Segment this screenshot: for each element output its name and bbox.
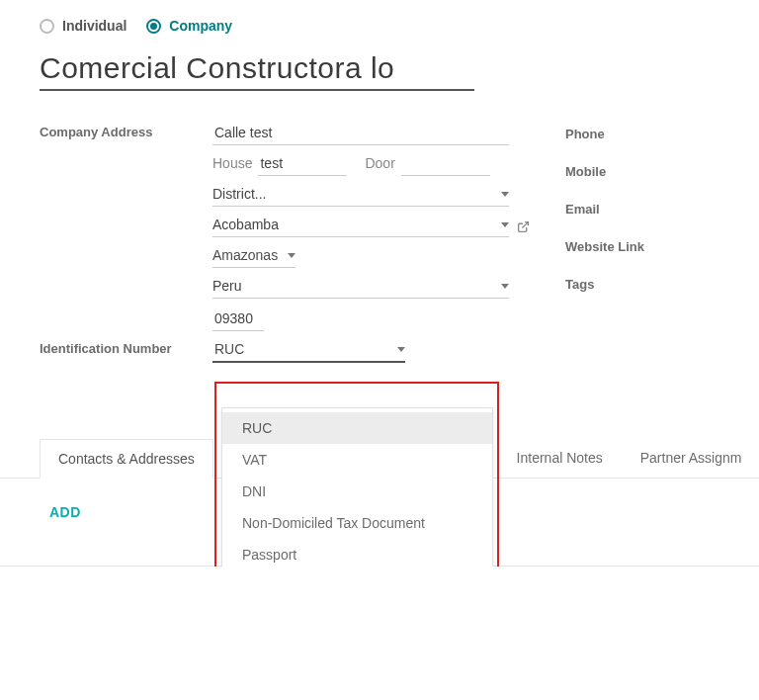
dropdown-option[interactable]: VAT bbox=[222, 444, 492, 476]
dropdown-option[interactable]: DNI bbox=[222, 476, 492, 507]
radio-individual-label: Individual bbox=[62, 18, 126, 34]
identification-type-value: RUC bbox=[214, 341, 385, 357]
external-link-icon[interactable] bbox=[517, 220, 530, 236]
tab-partner-assignment[interactable]: Partner Assignm bbox=[622, 438, 759, 478]
identification-type-dropdown: RUC VAT DNI Non-Domiciled Tax Document P… bbox=[221, 407, 493, 567]
state-value: Amazonas bbox=[212, 247, 278, 263]
door-label: Door bbox=[365, 151, 400, 176]
state-select[interactable]: Amazonas bbox=[212, 243, 295, 268]
chevron-down-icon bbox=[501, 192, 509, 197]
company-name-input[interactable] bbox=[40, 45, 474, 91]
chevron-down-icon bbox=[397, 347, 405, 352]
house-label: House bbox=[212, 151, 258, 176]
chevron-down-icon bbox=[501, 284, 509, 289]
chevron-down-icon bbox=[501, 222, 509, 227]
zip-input[interactable] bbox=[212, 306, 264, 331]
identification-number-label: Identification Number bbox=[40, 337, 212, 356]
website-field[interactable]: Website Link bbox=[565, 233, 719, 271]
svg-line-0 bbox=[522, 221, 528, 227]
city-select[interactable]: Acobamba bbox=[212, 213, 509, 237]
door-input[interactable] bbox=[401, 151, 490, 176]
country-value: Peru bbox=[212, 278, 501, 294]
tab-contacts-addresses[interactable]: Contacts & Addresses bbox=[40, 439, 213, 479]
radio-company[interactable]: Company bbox=[146, 18, 232, 34]
radio-company-label: Company bbox=[169, 18, 232, 34]
house-input[interactable] bbox=[258, 151, 347, 176]
radio-individual[interactable]: Individual bbox=[40, 18, 126, 34]
company-address-label: Company Address bbox=[40, 121, 212, 139]
country-select[interactable]: Peru bbox=[212, 274, 509, 299]
city-value: Acobamba bbox=[212, 217, 501, 232]
district-select[interactable]: District... bbox=[212, 182, 509, 207]
email-field[interactable]: Email bbox=[565, 196, 719, 233]
partner-type-radio-group: Individual Company bbox=[40, 18, 719, 34]
mobile-field[interactable]: Mobile bbox=[565, 158, 719, 196]
tags-field[interactable]: Tags bbox=[565, 271, 719, 308]
street-input[interactable] bbox=[212, 121, 509, 145]
dropdown-option[interactable]: RUC bbox=[222, 412, 492, 444]
district-placeholder: District... bbox=[212, 186, 501, 202]
radio-circle-icon bbox=[146, 19, 161, 34]
identification-type-select[interactable]: RUC bbox=[212, 337, 405, 363]
phone-field[interactable]: Phone bbox=[565, 121, 719, 158]
add-button[interactable]: ADD bbox=[49, 504, 81, 520]
dropdown-option[interactable]: Passport bbox=[222, 539, 492, 567]
dropdown-option[interactable]: Non-Domiciled Tax Document bbox=[222, 507, 492, 539]
chevron-down-icon bbox=[288, 253, 295, 258]
radio-circle-icon bbox=[40, 19, 54, 34]
tab-internal-notes[interactable]: Internal Notes bbox=[498, 438, 622, 478]
